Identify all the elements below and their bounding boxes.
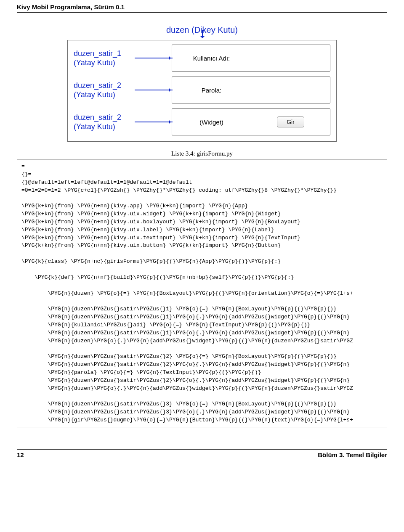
arrow-right-icon xyxy=(135,90,173,90)
code-line: \PYG{n}{parola} \PYG{o}{=} \PYG{n}{TextI… xyxy=(21,369,261,376)
code-blank xyxy=(21,298,25,304)
code-line: \PYG{k}{def} \PYG{n+nf}{build}\PYG{p}{(}… xyxy=(21,274,294,281)
code-line: {}@default=left=left@default=1=1@default… xyxy=(21,179,192,185)
code-blank xyxy=(21,345,25,352)
arrow-right-icon xyxy=(135,58,173,58)
code-line: \PYG{n}{duzen}\PYG{o}{.}\PYG{n}{add\PYGZ… xyxy=(21,385,353,392)
code-line: \PYG{k+kn}{from} \PYG{n+nn}{kivy.uix.but… xyxy=(21,242,281,249)
code-line: =0=1=2=0=1=2 \PYG{c+c1}{\PYGZsh{} \PYGZh… xyxy=(21,187,337,193)
page-header: Kivy Mobil Programlama, Sürüm 0.1 xyxy=(17,0,387,12)
cell-input xyxy=(251,45,330,71)
code-line: {}= xyxy=(21,171,31,177)
code-line: \PYG{n}{duzen\PYGZus{}satir\PYGZus{}2}\P… xyxy=(21,361,350,368)
code-blank xyxy=(21,250,25,257)
layout-figure: duzen (Dikey Kutu) duzen_satir_1 (Yatay … xyxy=(67,25,337,142)
code-blank xyxy=(21,195,25,201)
code-line: \PYG{n}{duzen\PYGZus{}satir\PYGZus{}3}\P… xyxy=(21,409,350,415)
code-line: \PYG{n}{duzen} \PYG{o}{=} \PYG{n}{BoxLay… xyxy=(21,290,353,296)
figure-outer-box: duzen_satir_1 (Yatay Kutu) Kullanıcı Adı… xyxy=(67,40,337,142)
chapter-label: Bölüm 3. Temel Bilgiler xyxy=(318,451,387,458)
figure-row-2: duzen_satir_2 (Yatay Kutu) Parola: xyxy=(74,77,330,103)
code-line: \PYG{k}{class} \PYG{n+nc}{girisFormu}\PY… xyxy=(21,258,281,265)
row-caption: duzen_satir_1 (Yatay Kutu) xyxy=(74,49,130,68)
code-line: \PYG{n}{duzen\PYGZus{}satir\PYGZus{}1}\P… xyxy=(21,314,350,320)
caption-line2: (Yatay Kutu) xyxy=(74,122,115,131)
header-rule xyxy=(17,12,387,13)
cell-widget-placeholder: (Widget) xyxy=(172,109,251,135)
row-caption: duzen_satir_2 (Yatay Kutu) xyxy=(74,113,130,132)
code-blank xyxy=(21,393,25,399)
code-line: \PYG{n}{duzen}\PYG{o}{.}\PYG{n}{add\PYGZ… xyxy=(21,338,353,344)
gir-button[interactable]: Gir xyxy=(277,116,304,127)
code-line: \PYG{k+kn}{from} \PYG{n+nn}{kivy.uix.tex… xyxy=(21,235,300,241)
code-listing: = {}= {}@default=left=left@default=1=1@d… xyxy=(17,159,387,428)
code-blank xyxy=(21,266,25,273)
code-line: \PYG{n}{duzen\PYGZus{}satir\PYGZus{}1}\P… xyxy=(21,330,350,336)
page-footer: 12 Bölüm 3. Temel Bilgiler xyxy=(17,450,387,458)
code-line: \PYG{k+kn}{from} \PYG{n+nn}{kivy.uix.lab… xyxy=(21,227,274,233)
cell-button: Gir xyxy=(251,109,330,135)
row-box: Kullanıcı Adı: xyxy=(172,45,330,71)
cell-label: Parola: xyxy=(172,77,251,103)
figure-row-1: duzen_satir_1 (Yatay Kutu) Kullanıcı Adı… xyxy=(74,45,330,71)
caption-line1: duzen_satir_2 xyxy=(74,113,121,122)
code-line: \PYG{n}{duzen\PYGZus{}satir\PYGZus{}3} \… xyxy=(21,401,337,407)
caption-line2: (Yatay Kutu) xyxy=(74,90,115,99)
figure-row-3: duzen_satir_2 (Yatay Kutu) (Widget) Gir xyxy=(74,109,330,135)
code-line: = xyxy=(21,163,25,169)
code-line: \PYG{k+kn}{from} \PYG{n+nn}{kivy.app} \P… xyxy=(21,203,248,209)
code-line: \PYG{n}{gir\PYGZus{}dugme}\PYG{o}{=}\PYG… xyxy=(21,417,353,423)
page-number: 12 xyxy=(17,451,24,458)
listing-caption: Liste 3.4: girisFormu.py xyxy=(17,150,387,157)
code-line: \PYG{n}{duzen\PYGZus{}satir\PYGZus{}1} \… xyxy=(21,306,337,312)
code-blank xyxy=(21,282,25,288)
code-line: \PYG{n}{duzen\PYGZus{}satir\PYGZus{}2} \… xyxy=(21,353,337,360)
code-line: \PYG{k+kn}{from} \PYG{n+nn}{kivy.uix.box… xyxy=(21,219,300,225)
cell-input xyxy=(251,77,330,103)
row-box: (Widget) Gir xyxy=(172,109,330,135)
row-caption: duzen_satir_2 (Yatay Kutu) xyxy=(74,81,130,100)
code-line: \PYG{n}{kullanici\PYGZus{}adi} \PYG{o}{=… xyxy=(21,322,311,328)
code-line: \PYG{k+kn}{from} \PYG{n+nn}{kivy.uix.wid… xyxy=(21,211,281,217)
cell-label: Kullanıcı Adı: xyxy=(172,45,251,71)
row-box: Parola: xyxy=(172,77,330,103)
caption-line2: (Yatay Kutu) xyxy=(74,58,115,67)
caption-line1: duzen_satir_1 xyxy=(74,49,121,58)
caption-line1: duzen_satir_2 xyxy=(74,81,121,90)
arrow-right-icon xyxy=(135,122,173,122)
code-line: \PYG{n}{duzen\PYGZus{}satir\PYGZus{}2}\P… xyxy=(21,377,350,384)
